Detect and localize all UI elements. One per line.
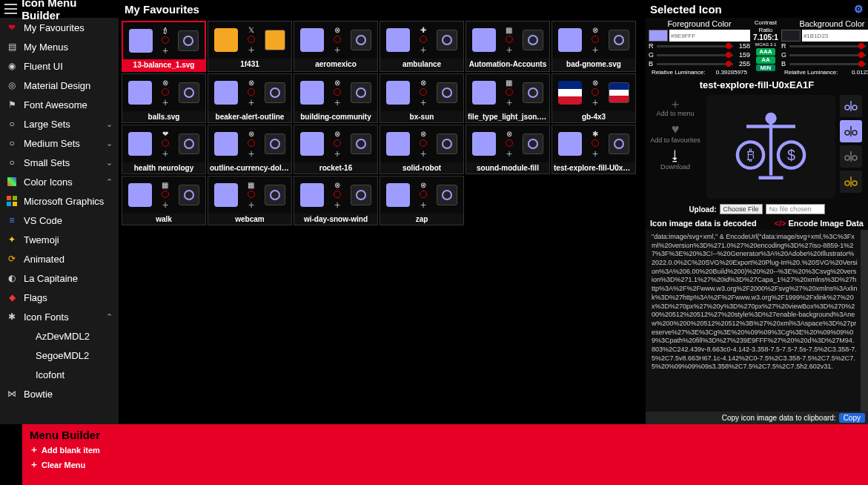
remove-icon[interactable] xyxy=(334,88,341,96)
clear-menu-button[interactable]: ＋Clear Menu xyxy=(30,458,100,471)
sidebar-item-vs-code[interactable]: ≡VS Code xyxy=(0,211,119,230)
sidebar-item-la-capitaine[interactable]: ◐La Capitaine xyxy=(0,268,119,288)
remove-icon[interactable] xyxy=(248,88,255,96)
sidebar-item-animated[interactable]: ⟳Animated xyxy=(0,249,119,268)
sidebar-item-material-design[interactable]: ◎Material Design xyxy=(0,76,119,95)
add-icon[interactable]: + xyxy=(592,148,598,159)
add-icon[interactable]: + xyxy=(162,148,168,159)
add-icon[interactable]: + xyxy=(420,199,426,210)
preview-thumb[interactable] xyxy=(840,171,862,193)
sidebar-item-large-sets[interactable]: ○Large Sets⌄ xyxy=(0,114,119,133)
add-icon[interactable]: + xyxy=(248,97,254,108)
remove-icon[interactable] xyxy=(334,139,341,147)
remove-icon[interactable] xyxy=(420,191,427,198)
icon-card[interactable]: ⊗+bx-sun xyxy=(380,73,464,123)
icon-card[interactable]: ⊗+building-community xyxy=(294,73,378,123)
sidebar-item-medium-sets[interactable]: ○Medium Sets⌄ xyxy=(0,133,119,153)
icon-card[interactable]: 𝕏+1f431 xyxy=(208,21,292,72)
icon-card[interactable]: ⊗+zap xyxy=(380,176,464,225)
remove-icon[interactable] xyxy=(506,88,513,96)
fg-swatch[interactable] xyxy=(649,30,668,42)
bg-hex-input[interactable] xyxy=(802,30,868,42)
icon-card[interactable]: ✱+test-explore-fill-U0xEA1F xyxy=(551,125,636,174)
add-icon[interactable]: + xyxy=(506,44,512,55)
add-icon[interactable]: + xyxy=(592,44,598,55)
icon-card[interactable]: ▦+walk xyxy=(122,176,206,225)
sidebar-item-icofont[interactable]: Icofont xyxy=(0,365,119,384)
add-icon[interactable]: + xyxy=(420,148,426,159)
encode-button[interactable]: </>Encode Image Data xyxy=(775,219,864,228)
add-icon[interactable]: + xyxy=(420,44,426,55)
remove-icon[interactable] xyxy=(420,139,427,147)
preview-thumb[interactable] xyxy=(840,145,862,168)
sidebar-item-my-favourites[interactable]: ❤My Favourites xyxy=(0,18,119,37)
icon-card[interactable]: ⊗+gb-4x3 xyxy=(551,73,636,123)
sidebar-item-my-menus[interactable]: ▤My Menus xyxy=(0,37,119,56)
fg-hex-input[interactable] xyxy=(669,30,750,42)
icon-card[interactable]: ⊗+outline-currency-dollar.svg xyxy=(208,125,292,174)
remove-icon[interactable] xyxy=(162,88,169,96)
add-icon[interactable]: + xyxy=(592,97,598,108)
add-blank-item-button[interactable]: ＋Add blank item xyxy=(30,443,100,456)
bg-swatch[interactable] xyxy=(781,30,801,42)
icon-card[interactable]: ✚+ambulance xyxy=(380,21,464,72)
remove-icon[interactable] xyxy=(248,36,255,43)
remove-icon[interactable] xyxy=(162,36,169,44)
add-to-favourites-button[interactable]: ♥Add to favourites xyxy=(650,122,700,144)
sidebar-item-icon-fonts[interactable]: ✱Icon Fonts⌃ xyxy=(0,307,119,326)
add-icon[interactable]: + xyxy=(248,199,254,210)
remove-icon[interactable] xyxy=(162,191,169,198)
sidebar-item-bowtie[interactable]: ⋈Bowtie xyxy=(0,384,119,403)
remove-icon[interactable] xyxy=(420,88,427,96)
remove-icon[interactable] xyxy=(592,36,599,43)
icon-card[interactable]: ⊗+aeromexico xyxy=(294,21,378,72)
add-icon[interactable]: + xyxy=(334,44,340,55)
sidebar-item-font-awesome[interactable]: ⚑Font Awesome xyxy=(0,95,119,114)
code-output[interactable]: "data:image/svg+xml," & EncodeUrl("data:… xyxy=(646,230,868,412)
remove-icon[interactable] xyxy=(334,191,341,198)
add-to-menu-button[interactable]: ＋Add to menu xyxy=(656,95,694,117)
remove-icon[interactable] xyxy=(506,139,513,147)
gear-icon[interactable]: ⚙ xyxy=(854,3,864,15)
sidebar-item-microsoft-graphics[interactable]: Microsoft Graphics xyxy=(0,191,119,211)
fg-b-slider[interactable] xyxy=(657,63,733,65)
hamburger-icon[interactable] xyxy=(4,4,17,14)
choose-file-button[interactable]: Choose File xyxy=(720,204,763,214)
add-icon[interactable]: + xyxy=(248,148,254,159)
bg-b-slider[interactable] xyxy=(789,63,866,65)
sidebar-item-segoemdl2[interactable]: SegoeMDL2 xyxy=(0,346,119,365)
remove-icon[interactable] xyxy=(592,88,599,96)
add-icon[interactable]: + xyxy=(248,44,254,55)
sidebar-item-twemoji[interactable]: ✦Twemoji xyxy=(0,230,119,249)
remove-icon[interactable] xyxy=(162,139,169,147)
add-icon[interactable]: + xyxy=(506,97,512,108)
add-icon[interactable]: + xyxy=(506,148,512,159)
sidebar-item-flags[interactable]: ◆Flags xyxy=(0,288,119,307)
fg-g-slider[interactable] xyxy=(657,54,733,56)
remove-icon[interactable] xyxy=(334,36,341,43)
sidebar-item-color-icons[interactable]: Color Icons⌃ xyxy=(0,172,119,191)
icon-card[interactable]: ⊗+bad-gnome.svg xyxy=(551,21,636,72)
preview-thumb[interactable] xyxy=(840,95,862,117)
add-icon[interactable]: + xyxy=(334,97,340,108)
icon-card[interactable]: ▦+webcam xyxy=(208,176,292,225)
icon-card[interactable]: ⊗+wi-day-snow-wind xyxy=(294,176,378,225)
bg-g-slider[interactable] xyxy=(789,54,866,56)
remove-icon[interactable] xyxy=(592,139,599,147)
bg-r-slider[interactable] xyxy=(789,45,866,47)
icon-card[interactable]: ₿+13-balance_1.svg xyxy=(122,21,206,72)
add-icon[interactable]: + xyxy=(334,199,340,210)
icon-card[interactable]: ⊗+sound-module-fill xyxy=(466,125,550,174)
sidebar-item-azdevmdl2[interactable]: AzDevMDL2 xyxy=(0,326,119,346)
icon-card[interactable]: ▦+file_type_light_json.svg xyxy=(466,73,550,123)
remove-icon[interactable] xyxy=(420,36,427,43)
remove-icon[interactable] xyxy=(248,191,255,198)
add-icon[interactable]: + xyxy=(420,97,426,108)
add-icon[interactable]: + xyxy=(162,45,168,56)
remove-icon[interactable] xyxy=(248,139,255,147)
sidebar-item-small-sets[interactable]: ○Small Sets⌄ xyxy=(0,153,119,172)
add-icon[interactable]: + xyxy=(162,199,168,210)
preview-thumb[interactable] xyxy=(840,120,862,142)
icon-card[interactable]: ▦+Automation-Accounts xyxy=(466,21,550,72)
add-icon[interactable]: + xyxy=(334,148,340,159)
